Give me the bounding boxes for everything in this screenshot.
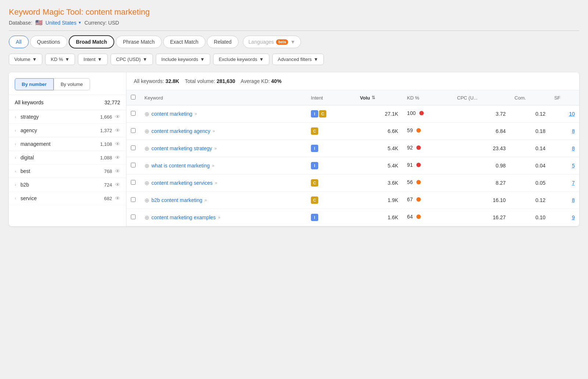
kd-value: 67 (407, 196, 413, 202)
sidebar-item[interactable]: › service 682 👁 (9, 192, 126, 205)
com-cell: 0.05 (510, 174, 550, 192)
include-keywords-filter[interactable]: Include keywords ▼ (156, 54, 210, 65)
tab-questions[interactable]: Questions (30, 36, 67, 48)
keyword-link[interactable]: ⊕ content marketing agency » (144, 128, 302, 135)
row-checkbox[interactable] (131, 214, 136, 219)
keyword-link[interactable]: ⊕ content marketing strategy » (144, 145, 302, 152)
intent-badge-c: C (311, 127, 318, 135)
keyword-header: Keyword (140, 90, 306, 105)
keyword-link[interactable]: ⊕ content marketing services » (144, 180, 302, 187)
eye-icon[interactable]: 👁 (115, 195, 120, 201)
sf-value[interactable]: 9 (572, 214, 575, 220)
country-selector[interactable]: United States ▼ (46, 20, 82, 26)
eye-icon[interactable]: 👁 (115, 155, 120, 160)
sort-by-number-button[interactable]: By number (15, 78, 54, 90)
sort-by-volume-button[interactable]: By volume (54, 78, 90, 90)
sf-value[interactable]: 8 (572, 197, 575, 203)
sidebar-item[interactable]: › agency 1,372 👁 (9, 124, 126, 137)
eye-icon[interactable]: 👁 (115, 114, 120, 120)
select-all-checkbox[interactable] (131, 95, 136, 100)
keyword-link[interactable]: ⊕ content marketing » (144, 111, 302, 118)
sidebar-item[interactable]: › b2b 724 👁 (9, 178, 126, 192)
row-checkbox[interactable] (131, 128, 136, 133)
sidebar-item[interactable]: › strategy 1,666 👁 (9, 110, 126, 124)
keyword-link[interactable]: ⊕ content marketing examples » (144, 214, 302, 221)
sidebar-item-label: b2b (21, 182, 101, 188)
sf-value[interactable]: 8 (572, 128, 575, 134)
row-checkbox[interactable] (131, 180, 136, 185)
arrow-right-icon: » (215, 180, 218, 185)
sf-value[interactable]: 8 (572, 145, 575, 151)
summary-bar: All keywords: 32.8K Total volume: 281,63… (126, 72, 579, 90)
row-checkbox[interactable] (131, 145, 136, 150)
volume-filter[interactable]: Volume ▼ (9, 54, 42, 65)
com-cell: 0.14 (510, 140, 550, 157)
eye-icon[interactable]: 👁 (115, 141, 120, 147)
chevron-down-icon: ▼ (290, 39, 295, 45)
sf-value[interactable]: 7 (572, 180, 575, 186)
intent-filter[interactable]: Intent ▼ (78, 54, 107, 65)
beta-badge: beta (276, 39, 288, 45)
keyword-link[interactable]: ⊕ what is content marketing » (144, 162, 302, 169)
volume-cell: 6.6K (356, 123, 403, 140)
table-body: ⊕ content marketing » IC 27.1K 100 3.72 … (126, 105, 579, 226)
advanced-filters-button[interactable]: Advanced filters ▼ (272, 54, 324, 65)
sidebar-item[interactable]: › digital 1,088 👁 (9, 151, 126, 165)
volume-header[interactable]: Volu ⇅ (356, 90, 403, 105)
sidebar-sort-controls: By number By volume (9, 72, 126, 95)
intent-header: Intent (306, 90, 356, 105)
intent-badge-i: I (311, 162, 318, 169)
sf-header: SF (550, 90, 579, 105)
row-checkbox[interactable] (131, 111, 136, 116)
tab-all[interactable]: All (9, 36, 29, 48)
cpc-cell: 6.84 (453, 123, 510, 140)
row-checkbox[interactable] (131, 197, 136, 202)
kd-filter[interactable]: KD % ▼ (45, 54, 75, 65)
intent-cell: I (306, 157, 356, 174)
cpc-filter[interactable]: CPC (USD) ▼ (111, 54, 153, 65)
volume-cell: 3.6K (356, 174, 403, 192)
cpc-cell: 23.43 (453, 140, 510, 157)
tab-broad-match[interactable]: Broad Match (69, 35, 115, 48)
tab-related[interactable]: Related (207, 36, 239, 48)
sidebar-items-list: › strategy 1,666 👁 › agency 1,372 👁 › ma… (9, 110, 126, 205)
table-row: ⊕ content marketing » IC 27.1K 100 3.72 … (126, 105, 579, 123)
plus-icon: ⊕ (144, 180, 149, 187)
kd-cell: 56 (403, 174, 453, 190)
keyword-cell: ⊕ content marketing strategy » (140, 140, 306, 157)
sidebar-all-keywords-row: All keywords 32,772 (9, 95, 126, 110)
sf-value[interactable]: 10 (569, 111, 575, 117)
header-divider (9, 30, 579, 31)
kd-dot (416, 197, 421, 202)
arrow-right-icon: » (205, 198, 207, 203)
row-checkbox[interactable] (131, 163, 136, 167)
com-cell: 0.04 (510, 157, 550, 174)
sidebar-item-count: 768 (104, 169, 112, 174)
com-cell: 0.10 (510, 209, 550, 226)
intent-cell: C (306, 174, 356, 192)
subtitle: Database: 🇺🇸 United States ▼ Currency: U… (9, 19, 579, 26)
chevron-down-icon: ▼ (78, 21, 82, 25)
kd-value: 92 (407, 145, 413, 151)
exclude-keywords-filter[interactable]: Exclude keywords ▼ (213, 54, 269, 65)
sf-value[interactable]: 5 (572, 163, 575, 169)
kd-cell: 64 (403, 209, 453, 224)
arrow-right-icon: » (194, 111, 197, 116)
intent-cell: C (306, 192, 356, 209)
sidebar-item-label: agency (21, 127, 97, 133)
eye-icon[interactable]: 👁 (115, 168, 120, 174)
sf-cell: 10 (550, 105, 579, 123)
keyword-link[interactable]: ⊕ b2b content marketing » (144, 197, 302, 204)
sidebar-item[interactable]: › management 1,108 👁 (9, 137, 126, 151)
tab-phrase-match[interactable]: Phrase Match (116, 36, 161, 48)
eye-icon[interactable]: 👁 (115, 182, 120, 188)
chevron-down-icon: ▼ (143, 57, 147, 62)
cpc-cell: 0.98 (453, 157, 510, 174)
keywords-table: Keyword Intent Volu ⇅ KD % CPC (U... Com… (126, 90, 579, 226)
sidebar-item[interactable]: › best 768 👁 (9, 165, 126, 178)
languages-button[interactable]: Languages beta ▼ (243, 36, 301, 48)
intent-badge-i: I (311, 110, 318, 118)
kd-value: 100 (407, 110, 416, 116)
tab-exact-match[interactable]: Exact Match (163, 36, 205, 48)
eye-icon[interactable]: 👁 (115, 127, 120, 133)
